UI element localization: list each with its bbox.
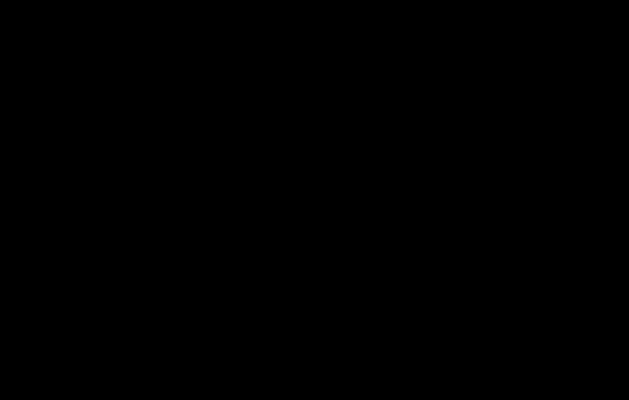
power-plot-canvas — [22, 378, 629, 400]
spectrogram-canvas — [22, 97, 629, 372]
hrofft-output — [0, 0, 629, 400]
